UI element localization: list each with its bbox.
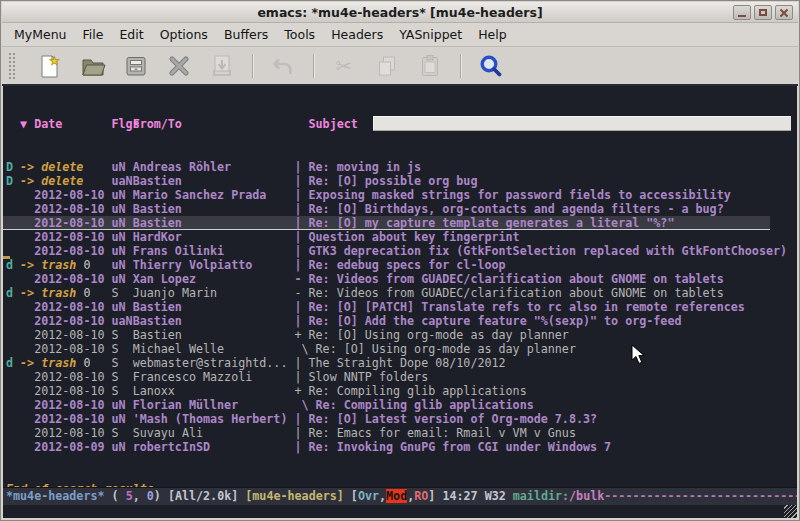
search-icon <box>478 53 504 79</box>
message-row[interactable]: d -> trash 0 S Juanjo Marin - Re: Videos… <box>3 286 797 300</box>
echo-area[interactable] <box>3 505 797 518</box>
message-row[interactable]: 2012-08-10 S Suvayu Ali | Re: Emacs for … <box>3 426 797 440</box>
message-row[interactable]: 2012-08-10 uN Xan Lopez - Re: Videos fro… <box>3 272 797 286</box>
new-file-icon: ★ <box>38 54 62 79</box>
date: 2012-08-10 <box>34 370 104 384</box>
date: 2012-08-10 <box>34 272 104 286</box>
svg-text:★: ★ <box>49 54 60 68</box>
modeline-segment: [ <box>351 489 358 503</box>
message-row[interactable]: 2012-08-10 S Lanoxx + Re: Compiling glib… <box>3 384 797 398</box>
modeline-segment: /bulk <box>569 489 604 503</box>
message-row[interactable]: 2012-08-09 uN robertcInSD | Re: Invoking… <box>3 440 797 454</box>
date-or-mark: 2012-08-10 <box>20 426 111 440</box>
modeline-segment: [mu4e-headers] <box>245 489 351 503</box>
from: Mario Sanchez Prada <box>133 188 295 202</box>
save-icon <box>124 54 148 78</box>
message-row[interactable]: 2012-08-10 S Michael Welle \ Re: [O] Usi… <box>3 342 797 356</box>
message-row[interactable]: 2012-08-10 uN Mario Sanchez Prada | Expo… <box>3 188 797 202</box>
subject: \ Re: [O] Using org-mode as day planner <box>294 342 797 356</box>
mark-label: -> trash <box>20 286 76 300</box>
message-row[interactable]: 2012-08-10 S Bastien + Re: [O] Using org… <box>3 328 797 342</box>
message-row[interactable]: 2012-08-10 uN Florian Müllner \ Re: Comp… <box>3 398 797 412</box>
cut-icon: ✂ <box>336 56 353 76</box>
fringe-indicator <box>3 256 10 259</box>
modeline-segment: 5 <box>126 489 133 503</box>
modeline-segment: 0 <box>147 489 154 503</box>
fringe-mark <box>6 216 20 230</box>
resize-grip[interactable] <box>784 505 797 518</box>
message-row[interactable]: 2012-08-10 uN Bastien | Re: [O] Birthday… <box>3 202 797 216</box>
mu4e-headers-buffer[interactable]: ▼ Date Flgs From/To Subject D -> delete … <box>3 86 797 487</box>
menu-yasnippet[interactable]: YASnippet <box>391 24 470 45</box>
message-row[interactable]: 2012-08-10 uN Bastien | Re: [O] [PATCH] … <box>3 300 797 314</box>
menu-file[interactable]: File <box>75 24 112 45</box>
flags: uN <box>112 216 133 230</box>
message-row[interactable]: 2012-08-10 uN 'Mash (Thomas Herbert) | R… <box>3 412 797 426</box>
message-row[interactable]: 2012-08-10 uN Bastien | Re: [O] my captu… <box>3 216 797 230</box>
from: Bastien <box>133 314 295 328</box>
subject: | Re: edebug specs for cl-loop <box>294 258 797 272</box>
headers-header-line: ▼ Date Flgs From/To Subject <box>3 116 797 132</box>
date: 2012-08-10 <box>34 188 104 202</box>
modeline-segment: *mu4e-headers* <box>6 489 105 503</box>
close-button[interactable] <box>775 5 793 20</box>
date-or-mark: 2012-08-09 <box>20 440 111 454</box>
date: 2012-08-10 <box>34 216 104 230</box>
fringe-mark <box>6 230 20 244</box>
mark-label: -> delete <box>20 174 83 188</box>
minimize-button[interactable] <box>733 5 751 20</box>
date: 2012-08-10 <box>34 328 104 342</box>
flags: uN <box>112 272 133 286</box>
message-row[interactable]: 2012-08-10 uN HardKor | Question about k… <box>3 230 797 244</box>
open-file-button[interactable] <box>80 52 106 80</box>
paste-button <box>417 52 443 80</box>
message-row[interactable]: D -> delete uaN Bastien | Re: [O] possib… <box>3 174 797 188</box>
subject: | Re: [O] Latest version of Org-mode 7.8… <box>294 412 797 426</box>
menu-edit[interactable]: Edit <box>111 24 151 45</box>
column-from: From/To <box>133 116 295 132</box>
date-or-mark: -> trash 0 <box>20 356 111 370</box>
subject: | Slow NNTP folders <box>294 370 797 384</box>
fringe-mark: D <box>6 160 20 174</box>
message-row[interactable]: 2012-08-10 uaN Bastien | Re: [O] Add the… <box>3 314 797 328</box>
column-date: ▼ Date <box>20 116 111 132</box>
menu-mymenu[interactable]: MyMenu <box>6 24 75 45</box>
fringe-mark <box>6 342 20 356</box>
fringe-mark <box>6 314 20 328</box>
menu-options[interactable]: Options <box>152 24 216 45</box>
search-button[interactable] <box>478 52 504 80</box>
toolbar-separator <box>252 54 253 78</box>
date-or-mark: 2012-08-10 <box>20 412 111 426</box>
flags: S <box>112 370 133 384</box>
save-button[interactable] <box>123 52 149 80</box>
titlebar[interactable]: emacs: *mu4e-headers* [mu4e-headers] <box>2 2 798 23</box>
message-row[interactable]: d -> trash 0 uN Thierry Volpiatto | Re: … <box>3 258 797 272</box>
flags: uN <box>112 188 133 202</box>
flags: uN <box>112 258 133 272</box>
date-or-mark: 2012-08-10 <box>20 342 111 356</box>
flags: uaN <box>112 314 133 328</box>
message-row[interactable]: 2012-08-10 uN Frans Oilinki | GTK3 depre… <box>3 244 797 258</box>
fringe-mark <box>6 188 20 202</box>
new-file-button[interactable]: ★ <box>37 52 63 80</box>
message-row[interactable]: d -> trash 0 S webmaster@straightd... | … <box>3 356 797 370</box>
copy-icon <box>375 54 399 78</box>
mode-line[interactable]: *mu4e-headers* ( 5, 0) [All/2.0k] [mu4e-… <box>3 487 797 505</box>
message-row[interactable]: 2012-08-10 S Francesco Mazzoli | Slow NN… <box>3 370 797 384</box>
flags: S <box>112 286 133 300</box>
menu-buffers[interactable]: Buffers <box>216 24 276 45</box>
cut-button: ✂ <box>331 52 357 80</box>
mark-label: -> trash <box>20 356 76 370</box>
menu-help[interactable]: Help <box>470 24 515 45</box>
menu-tools[interactable]: Tools <box>276 24 323 45</box>
date: 2012-08-10 <box>34 230 104 244</box>
close-buffer-button[interactable] <box>166 52 192 80</box>
toolbar-grip[interactable] <box>8 52 16 80</box>
subject: | The Straight Dope 08/10/2012 <box>294 356 797 370</box>
maximize-button[interactable] <box>754 5 772 20</box>
menu-headers[interactable]: Headers <box>323 24 391 45</box>
modeline-segment: RO <box>414 489 428 503</box>
fringe-mark <box>6 412 20 426</box>
message-row[interactable]: D -> delete uN Andreas Röhler | Re: movi… <box>3 160 797 174</box>
undo-button <box>270 52 296 80</box>
